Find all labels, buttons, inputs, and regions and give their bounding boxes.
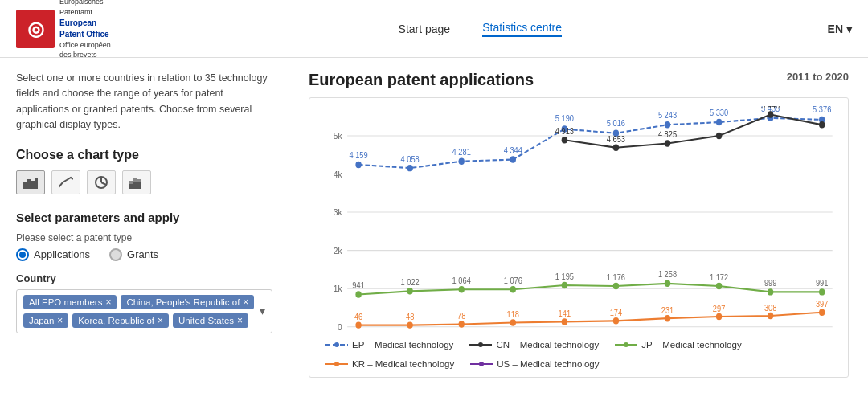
- svg-rect-2: [31, 181, 35, 189]
- country-dropdown-arrow[interactable]: ▾: [260, 305, 265, 317]
- svg-point-106: [334, 342, 339, 347]
- remove-china-icon[interactable]: ×: [243, 297, 248, 307]
- svg-text:2k: 2k: [334, 245, 342, 256]
- svg-text:141: 141: [559, 309, 571, 318]
- legend-us: US – Medical technology: [470, 359, 599, 369]
- country-label: Country: [16, 272, 272, 284]
- svg-line-6: [101, 182, 106, 185]
- svg-point-80: [613, 317, 619, 324]
- svg-text:4k: 4k: [334, 169, 342, 179]
- svg-text:1 076: 1 076: [504, 276, 523, 285]
- svg-point-49: [768, 111, 773, 117]
- svg-point-82: [716, 313, 722, 320]
- svg-point-79: [562, 318, 567, 325]
- svg-point-108: [478, 342, 483, 347]
- chart-type-buttons: [16, 170, 272, 194]
- svg-point-76: [407, 321, 412, 328]
- svg-text:397: 397: [816, 300, 829, 309]
- remove-us-icon[interactable]: ×: [237, 316, 243, 325]
- svg-text:0: 0: [338, 321, 342, 331]
- svg-text:4 344: 4 344: [504, 146, 523, 156]
- svg-text:118: 118: [507, 310, 520, 320]
- svg-text:3k: 3k: [334, 207, 342, 218]
- svg-text:308: 308: [764, 303, 777, 313]
- chart-container: 0 1k 2k 3k 4k 5k: [309, 97, 849, 378]
- svg-rect-10: [133, 182, 137, 189]
- chart-range: 2011 to 2020: [787, 71, 849, 83]
- svg-text:297: 297: [713, 304, 726, 313]
- tag-japan[interactable]: Japan ×: [23, 313, 68, 328]
- svg-text:1 176: 1 176: [607, 272, 626, 282]
- tag-china[interactable]: China, People's Republic of ×: [121, 295, 254, 309]
- svg-point-31: [665, 121, 670, 128]
- remove-korea-icon[interactable]: ×: [158, 316, 163, 325]
- svg-point-60: [613, 283, 619, 289]
- svg-rect-3: [35, 178, 38, 189]
- tag-korea[interactable]: Korea, Republic of ×: [72, 313, 169, 328]
- panel-description: Select one or more countries in relation…: [16, 71, 272, 133]
- country-tags-container[interactable]: All EPO members × China, People's Republ…: [16, 289, 272, 333]
- tag-all-epo[interactable]: All EPO members ×: [23, 295, 117, 309]
- svg-point-62: [716, 283, 722, 289]
- params-section-title: Select parameters and apply: [16, 211, 272, 224]
- svg-point-28: [510, 156, 516, 162]
- bar-chart-button[interactable]: [16, 170, 45, 194]
- applications-radio-circle: [16, 248, 29, 261]
- stats-centre-link[interactable]: Statistics centre: [482, 21, 562, 37]
- svg-point-26: [407, 165, 412, 171]
- svg-text:1 258: 1 258: [658, 270, 678, 280]
- svg-point-58: [510, 286, 516, 292]
- chart-title: European patent applications: [309, 71, 534, 89]
- svg-point-75: [355, 321, 361, 328]
- logo-text: Europäisches Patentamt European Patent O…: [59, 0, 111, 60]
- svg-point-78: [510, 319, 516, 325]
- svg-point-50: [819, 121, 825, 128]
- svg-point-25: [355, 162, 361, 168]
- line-chart-button[interactable]: [51, 170, 80, 194]
- svg-point-63: [768, 288, 773, 295]
- remove-japan-icon[interactable]: ×: [57, 316, 63, 325]
- svg-text:5k: 5k: [334, 131, 342, 141]
- svg-point-47: [665, 140, 670, 146]
- svg-point-110: [624, 342, 628, 347]
- svg-rect-11: [137, 179, 141, 182]
- patent-type-label: Please select a patent type: [16, 232, 272, 243]
- svg-point-64: [819, 288, 825, 295]
- svg-point-84: [819, 309, 825, 316]
- svg-point-59: [562, 282, 567, 288]
- left-panel: Select one or more countries in relation…: [0, 58, 289, 409]
- tag-us[interactable]: United States ×: [173, 313, 248, 328]
- svg-text:4 058: 4 058: [401, 154, 420, 164]
- svg-point-45: [562, 137, 567, 143]
- svg-point-77: [459, 321, 465, 327]
- header: ◎ Europäisches Patentamt European Patent…: [0, 0, 868, 58]
- applications-radio[interactable]: Applications: [16, 248, 90, 261]
- svg-point-48: [716, 133, 722, 139]
- svg-rect-0: [23, 182, 27, 189]
- svg-text:4 159: 4 159: [349, 151, 368, 161]
- svg-point-56: [407, 288, 412, 294]
- svg-text:1 172: 1 172: [710, 272, 729, 282]
- svg-point-57: [459, 286, 465, 292]
- legend-jp: JP – Medical technology: [615, 340, 741, 350]
- svg-rect-8: [129, 184, 133, 189]
- right-panel: European patent applications 2011 to 202…: [289, 58, 868, 409]
- svg-text:4 281: 4 281: [452, 148, 472, 157]
- grants-radio[interactable]: Grants: [109, 248, 158, 261]
- svg-point-114: [479, 362, 484, 366]
- pie-chart-button[interactable]: [87, 170, 116, 194]
- chart-type-section-title: Choose a chart type: [16, 148, 272, 162]
- svg-text:5 448: 5 448: [761, 106, 780, 110]
- svg-point-46: [613, 145, 619, 151]
- stacked-bar-button[interactable]: [122, 170, 151, 194]
- svg-text:5 243: 5 243: [658, 110, 678, 120]
- legend-cn: CN – Medical technology: [469, 340, 599, 350]
- svg-text:5 016: 5 016: [607, 119, 626, 129]
- svg-text:1k: 1k: [334, 284, 342, 294]
- start-page-link[interactable]: Start page: [399, 22, 451, 35]
- svg-rect-9: [133, 178, 137, 182]
- language-selector[interactable]: EN ▾: [828, 22, 852, 35]
- svg-text:5 190: 5 190: [555, 113, 575, 123]
- svg-point-27: [459, 157, 465, 164]
- remove-all-epo-icon[interactable]: ×: [105, 297, 111, 307]
